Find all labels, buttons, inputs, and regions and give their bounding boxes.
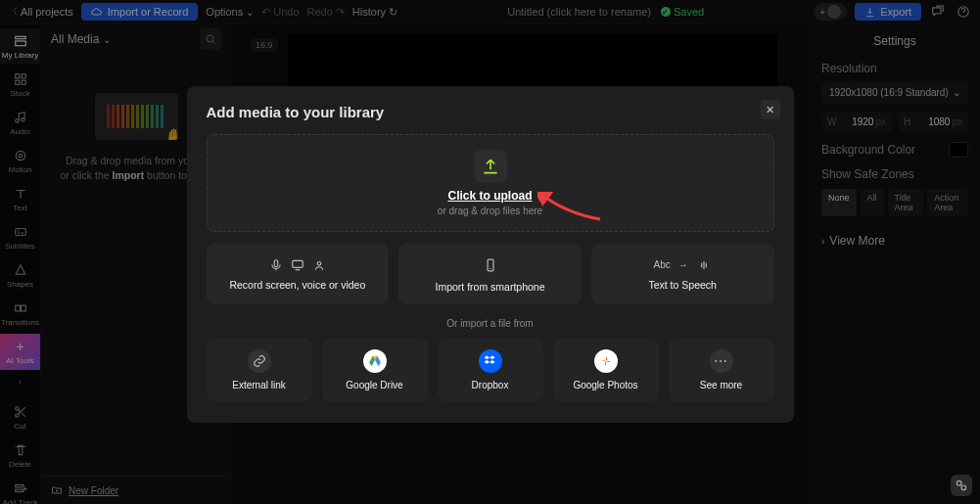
- add-media-modal: Add media to your library ✕ Click to upl…: [187, 86, 794, 423]
- svg-point-23: [957, 481, 961, 485]
- provider-external-link[interactable]: External link: [207, 339, 312, 401]
- provider-dropbox[interactable]: Dropbox: [438, 339, 543, 401]
- record-option[interactable]: Record screen, voice or video: [207, 244, 390, 304]
- annotation-arrow: [537, 192, 606, 225]
- arrow-right-icon: →: [678, 259, 688, 270]
- webcam-icon: [312, 258, 326, 272]
- svg-rect-19: [274, 259, 278, 266]
- svg-point-21: [317, 261, 321, 265]
- dropbox-icon: [479, 349, 502, 373]
- screen-icon: [291, 258, 304, 272]
- smartphone-option[interactable]: Import from smartphone: [398, 244, 582, 304]
- provider-google-photos[interactable]: Google Photos: [553, 339, 659, 401]
- modal-title: Add media to your library: [207, 104, 774, 120]
- mic-icon: [269, 258, 283, 272]
- upload-icon: [474, 150, 507, 183]
- google-drive-icon: [363, 349, 387, 373]
- svg-point-24: [961, 485, 966, 490]
- modal-overlay[interactable]: Add media to your library ✕ Click to upl…: [0, 0, 980, 504]
- provider-see-more[interactable]: ⋯ See more: [669, 339, 774, 401]
- click-to-upload[interactable]: Click to upload: [447, 189, 532, 203]
- google-photos-icon: [594, 349, 618, 373]
- tts-option[interactable]: Abc → Text to Speech: [591, 244, 774, 304]
- modal-close-button[interactable]: ✕: [761, 100, 780, 119]
- provider-google-drive[interactable]: Google Drive: [322, 339, 428, 401]
- svg-rect-22: [488, 259, 493, 271]
- smartphone-icon: [484, 256, 497, 274]
- link-chain-icon: [955, 479, 968, 492]
- upload-dropzone[interactable]: Click to upload or drag & drop files her…: [207, 134, 774, 232]
- abc-label: Abc: [654, 259, 671, 270]
- drag-drop-hint: or drag & drop files here: [438, 206, 542, 216]
- import-divider: Or import a file from: [207, 318, 774, 329]
- ellipsis-icon: ⋯: [710, 349, 733, 373]
- svg-rect-20: [293, 260, 303, 267]
- soundwave-icon: [696, 258, 712, 272]
- link-icon: [248, 349, 271, 373]
- close-icon: ✕: [766, 104, 774, 116]
- floating-toggle[interactable]: [951, 475, 972, 496]
